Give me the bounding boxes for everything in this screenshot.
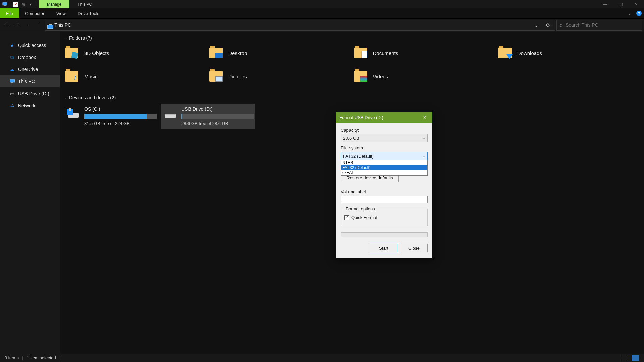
dialog-titlebar[interactable]: Format USB Drive (D:) ✕	[336, 112, 432, 123]
drive-capacity-bar	[181, 114, 254, 119]
quick-format-label: Quick Format	[351, 215, 377, 220]
back-button[interactable]: 🡐	[2, 20, 11, 30]
folder-label: 3D Objects	[84, 50, 109, 56]
separator	[36, 1, 36, 7]
folder-3d-objects[interactable]: 3D Objects	[63, 44, 208, 62]
folder-label: Videos	[373, 74, 388, 79]
usb-icon: ▭	[9, 91, 15, 96]
maximize-button[interactable]: ▢	[613, 0, 629, 8]
ribbon-context-tab-manage[interactable]: Manage	[39, 0, 69, 8]
ribbon-tab-file-label: File	[6, 11, 13, 16]
filesystem-label: File system	[341, 145, 428, 150]
forward-button[interactable]: 🡒	[13, 20, 22, 30]
pc-icon	[9, 79, 15, 84]
cloud-icon: ☁	[9, 67, 15, 72]
folder-label: Downloads	[517, 50, 542, 56]
folder-documents[interactable]: Documents	[352, 44, 496, 62]
ribbon-tab-view-label: View	[56, 11, 66, 16]
drive-usb-d[interactable]: USB Drive (D:) 28.6 GB free of 28.6 GB	[161, 104, 255, 129]
drive-free-space: 31.5 GB free of 224 GB	[84, 121, 157, 126]
details-view-button[interactable]	[620, 355, 627, 361]
capacity-select[interactable]: 28.6 GB ⌄	[341, 134, 428, 142]
folder-music[interactable]: ♪ Music	[63, 67, 208, 85]
close-dialog-button[interactable]: Close	[400, 244, 428, 252]
new-folder-icon[interactable]: ▧	[20, 2, 26, 7]
search-box[interactable]: ⌕	[556, 20, 642, 31]
close-button[interactable]: ✕	[629, 0, 644, 8]
ribbon-collapse-icon[interactable]: ⌄	[625, 8, 634, 18]
sidebar-item-network[interactable]: 🖧 Network	[0, 100, 60, 112]
separator	[10, 1, 10, 7]
folder-icon	[209, 69, 223, 83]
tiles-view-button[interactable]	[632, 355, 639, 361]
folder-pictures[interactable]: Pictures	[208, 67, 352, 85]
address-bar[interactable]: › This PC ⌄ ⟳	[45, 20, 555, 31]
properties-icon[interactable]: ✔	[13, 2, 18, 7]
folder-label: Pictures	[228, 74, 247, 79]
folder-downloads[interactable]: Downloads	[496, 44, 641, 62]
dropbox-icon: ⧉	[9, 55, 15, 60]
filesystem-option-ntfs[interactable]: NTFS	[341, 160, 427, 165]
folder-label: Documents	[373, 50, 398, 56]
ribbon-tab-computer[interactable]: Computer	[19, 8, 50, 18]
sidebar-item-usb-drive[interactable]: ▭ USB Drive (D:)	[0, 87, 60, 100]
refresh-button[interactable]: ⟳	[543, 20, 553, 30]
up-button[interactable]: 🡑	[34, 20, 44, 30]
ribbon-tab-file[interactable]: File	[0, 8, 19, 18]
help-button[interactable]: ?	[634, 8, 644, 18]
sidebar-item-quick-access[interactable]: ★ Quick access	[0, 39, 60, 51]
filesystem-option-fat32[interactable]: FAT32 (Default)	[341, 165, 427, 170]
folders-section-header[interactable]: ⌄ Folders (7)	[60, 32, 644, 44]
recent-locations-button[interactable]: ⌄	[23, 20, 33, 30]
capacity-label: Capacity:	[341, 128, 428, 133]
chevron-down-icon: ⌄	[64, 36, 67, 40]
windows-drive-icon	[66, 106, 80, 120]
drive-name: USB Drive (D:)	[181, 106, 254, 112]
drives-section-header[interactable]: ⌄ Devices and drives (2)	[60, 92, 644, 104]
ribbon-tab-view[interactable]: View	[50, 8, 72, 18]
filesystem-dropdown: NTFS FAT32 (Default) exFAT	[341, 160, 428, 176]
qat-customize-icon[interactable]: ▾	[28, 2, 33, 7]
folder-icon	[209, 46, 223, 60]
navigation-pane: ★ Quick access ⧉ Dropbox ☁ OneDrive This…	[0, 32, 60, 354]
network-icon: 🖧	[9, 103, 15, 108]
ribbon-tab-drive-tools-label: Drive Tools	[78, 11, 99, 16]
breadcrumb[interactable]: This PC	[54, 22, 71, 28]
sidebar-item-label: USB Drive (D:)	[18, 91, 49, 96]
quick-format-checkbox[interactable]: ✓ Quick Format	[344, 215, 424, 220]
folder-icon	[354, 69, 368, 83]
drive-os-c[interactable]: OS (C:) 31.5 GB free of 224 GB	[63, 104, 157, 129]
minimize-button[interactable]: —	[598, 0, 613, 8]
filesystem-select[interactable]: FAT32 (Default) ⌄ NTFS FAT32 (Default) e…	[341, 152, 428, 160]
filesystem-value: FAT32 (Default)	[343, 154, 374, 159]
sidebar-item-this-pc[interactable]: This PC	[0, 75, 60, 87]
svg-rect-4	[165, 114, 176, 115]
drives-header-label: Devices and drives (2)	[69, 95, 116, 100]
chevron-down-icon: ⌄	[423, 136, 425, 140]
folders-header-label: Folders (7)	[69, 35, 92, 41]
sidebar-item-label: This PC	[18, 79, 35, 84]
start-button-label: Start	[379, 246, 388, 251]
sidebar-item-onedrive[interactable]: ☁ OneDrive	[0, 63, 60, 75]
filesystem-option-exfat[interactable]: exFAT	[341, 170, 427, 175]
ribbon-tab-computer-label: Computer	[25, 11, 44, 16]
folder-desktop[interactable]: Desktop	[208, 44, 352, 62]
format-progress-bar	[341, 232, 428, 237]
volume-label-input[interactable]	[341, 196, 428, 203]
start-button[interactable]: Start	[370, 244, 397, 252]
drive-name: OS (C:)	[84, 106, 157, 112]
quick-access-toolbar: ✔ ▧ ▾	[0, 0, 39, 8]
chevron-down-icon: ⌄	[423, 154, 425, 158]
format-options-group: Format options ✓ Quick Format	[341, 206, 428, 226]
folder-videos[interactable]: Videos	[352, 67, 496, 85]
dialog-title: Format USB Drive (D:)	[339, 115, 383, 120]
search-input[interactable]	[566, 22, 639, 28]
dialog-close-button[interactable]: ✕	[420, 113, 429, 122]
chevron-down-icon: ⌄	[64, 96, 67, 100]
sidebar-item-label: Network	[18, 103, 35, 108]
address-dropdown-icon[interactable]: ⌄	[531, 20, 541, 30]
ribbon-tab-drive-tools[interactable]: Drive Tools	[72, 8, 105, 18]
search-icon: ⌕	[559, 22, 563, 28]
svg-rect-2	[69, 108, 71, 111]
sidebar-item-dropbox[interactable]: ⧉ Dropbox	[0, 51, 60, 63]
